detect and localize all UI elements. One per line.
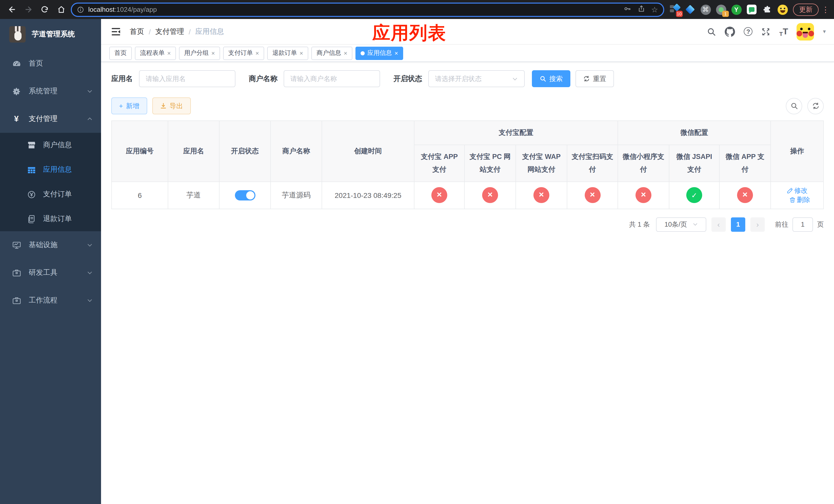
merchant-name-label: 商户名称 bbox=[249, 74, 278, 83]
toggle-search-button[interactable] bbox=[786, 98, 802, 114]
bookmark-star-icon[interactable]: ☆ bbox=[651, 6, 658, 13]
url-bar[interactable]: localhost:1024/pay/app ☆ bbox=[71, 2, 664, 17]
close-icon[interactable]: × bbox=[344, 50, 347, 56]
command-icon: ⌘ bbox=[700, 4, 711, 15]
sidebar-item-home[interactable]: 首页 bbox=[0, 50, 101, 77]
sidebar-item-pay-order[interactable]: 支付订单 bbox=[0, 182, 101, 207]
password-key-icon[interactable] bbox=[623, 4, 631, 15]
delete-button[interactable]: 删除 bbox=[789, 196, 810, 205]
tab-pay-order[interactable]: 支付订单 × bbox=[223, 46, 264, 60]
sidebar-item-refund-order[interactable]: 退款订单 bbox=[0, 207, 101, 231]
url-text[interactable]: localhost:1024/pay/app bbox=[88, 6, 619, 13]
download-icon bbox=[160, 102, 167, 109]
sidebar-item-label: 支付管理 bbox=[29, 114, 87, 123]
prev-page-button[interactable]: ‹ bbox=[711, 217, 726, 232]
sidebar-item-payment[interactable]: ¥ 支付管理 bbox=[0, 105, 101, 133]
user-avatar[interactable] bbox=[797, 23, 814, 40]
sidebar-item-merchant-info[interactable]: 商户信息 bbox=[0, 133, 101, 157]
avatar-caret-icon[interactable]: ▾ bbox=[823, 28, 826, 35]
chrome-update-button[interactable]: 更新 bbox=[793, 3, 819, 16]
payment-submenu: 商户信息 应用信息 支付订单 bbox=[0, 133, 101, 231]
tags-view: 首页 流程表单 × 用户分组 × 支付订单 × 退款订单 × bbox=[101, 45, 834, 62]
col-app-id: 应用编号 bbox=[112, 121, 168, 182]
page-suffix-label: 页 bbox=[817, 220, 824, 229]
tab-user-group[interactable]: 用户分组 × bbox=[179, 46, 220, 60]
extension-command-icon[interactable]: ⌘ bbox=[700, 4, 711, 15]
close-icon[interactable]: × bbox=[300, 50, 303, 56]
sidebar-item-label: 研发工具 bbox=[29, 268, 87, 277]
breadcrumb: 首页 / 支付管理 / 应用信息 bbox=[130, 27, 224, 36]
sidebar-item-infra[interactable]: 基础设施 bbox=[0, 231, 101, 259]
merchant-name-input[interactable] bbox=[284, 70, 380, 87]
col-group-alipay: 支付宝配置 bbox=[414, 121, 618, 144]
forward-icon[interactable] bbox=[22, 3, 35, 16]
close-icon[interactable]: × bbox=[256, 50, 259, 56]
pagination-total: 共 1 条 bbox=[629, 220, 650, 229]
goto-page-input[interactable] bbox=[792, 217, 813, 232]
page-size-select[interactable]: 10条/页 bbox=[656, 217, 706, 232]
add-button[interactable]: + 新增 bbox=[111, 97, 147, 114]
tab-merchant-info[interactable]: 商户信息 × bbox=[311, 46, 352, 60]
app-logo[interactable]: 芋道管理系统 bbox=[0, 19, 101, 50]
edit-button[interactable]: 修改 bbox=[787, 186, 808, 196]
sidebar-item-system[interactable]: 系统管理 bbox=[0, 77, 101, 105]
chevron-down-icon bbox=[87, 88, 93, 94]
close-icon[interactable]: × bbox=[167, 50, 171, 56]
extension-grid-icon[interactable]: 10 bbox=[670, 4, 680, 15]
col-wx-jsapi: 微信 JSAPI 支付 bbox=[669, 144, 719, 182]
header-search-icon[interactable] bbox=[707, 27, 716, 36]
breadcrumb-section[interactable]: 支付管理 bbox=[155, 27, 184, 36]
profile-avatar-icon[interactable] bbox=[777, 4, 788, 15]
col-alipay-scan: 支付宝扫码支付 bbox=[567, 144, 618, 182]
wx-jsapi-status-icon bbox=[686, 187, 702, 203]
site-info-icon[interactable] bbox=[77, 6, 84, 13]
reload-icon[interactable] bbox=[38, 3, 51, 16]
chevron-down-icon bbox=[692, 222, 698, 227]
alipay-pc-status-icon bbox=[482, 187, 498, 203]
search-button[interactable]: 搜索 bbox=[532, 70, 570, 87]
page-number-1[interactable]: 1 bbox=[731, 217, 745, 232]
col-status: 开启状态 bbox=[219, 121, 270, 182]
github-icon[interactable] bbox=[725, 26, 735, 37]
app-name-input[interactable] bbox=[139, 70, 236, 87]
app-title: 芋道管理系统 bbox=[32, 30, 75, 39]
share-icon[interactable] bbox=[637, 4, 645, 15]
fullscreen-icon[interactable] bbox=[762, 27, 771, 36]
refresh-table-button[interactable] bbox=[807, 98, 824, 114]
back-icon[interactable] bbox=[5, 3, 19, 16]
tab-refund-order[interactable]: 退款订单 × bbox=[267, 46, 308, 60]
tab-process-form[interactable]: 流程表单 × bbox=[135, 46, 176, 60]
status-toggle[interactable] bbox=[235, 190, 255, 201]
tab-app-info[interactable]: 应用信息 × bbox=[355, 46, 403, 60]
logo-avatar bbox=[9, 26, 26, 43]
next-page-button[interactable]: › bbox=[750, 217, 765, 232]
extension-kite-icon[interactable] bbox=[685, 4, 696, 15]
reset-button[interactable]: 重置 bbox=[575, 70, 614, 87]
table-toolbar: + 新增 导出 bbox=[111, 97, 824, 114]
close-icon[interactable]: × bbox=[394, 50, 398, 56]
breadcrumb-home[interactable]: 首页 bbox=[130, 27, 144, 36]
tab-home[interactable]: 首页 bbox=[109, 46, 132, 60]
alipay-app-status-icon bbox=[431, 187, 447, 203]
font-size-icon[interactable]: TT bbox=[780, 26, 788, 37]
search-icon bbox=[540, 75, 546, 82]
col-alipay-pc: 支付宝 PC 网站支付 bbox=[464, 144, 516, 182]
sidebar-item-app-info[interactable]: 应用信息 bbox=[0, 157, 101, 182]
status-select[interactable]: 请选择开启状态 bbox=[428, 70, 525, 87]
sidebar-item-workflow[interactable]: 工作流程 bbox=[0, 287, 101, 314]
help-icon[interactable]: ? bbox=[744, 27, 753, 36]
extensions-puzzle-icon[interactable] bbox=[762, 4, 772, 15]
extension-recorder-icon[interactable]: 1 bbox=[716, 4, 726, 15]
sidebar-item-dev-tools[interactable]: 研发工具 bbox=[0, 259, 101, 287]
close-icon[interactable]: × bbox=[211, 50, 215, 56]
browser-menu-icon[interactable]: ⋮ bbox=[822, 5, 829, 14]
extension-y-icon[interactable]: Y bbox=[731, 4, 742, 15]
filter-form: 应用名 商户名称 开启状态 请选择开启状态 搜索 重置 bbox=[111, 70, 824, 87]
extension-messenger-icon[interactable] bbox=[746, 4, 757, 15]
home-icon[interactable] bbox=[54, 3, 68, 16]
extension-badge: 10 bbox=[676, 11, 683, 17]
wx-app-status-icon bbox=[737, 187, 753, 203]
export-button[interactable]: 导出 bbox=[152, 97, 191, 114]
sidebar-collapse-icon[interactable] bbox=[109, 25, 123, 38]
app-name-label: 应用名 bbox=[111, 74, 133, 83]
